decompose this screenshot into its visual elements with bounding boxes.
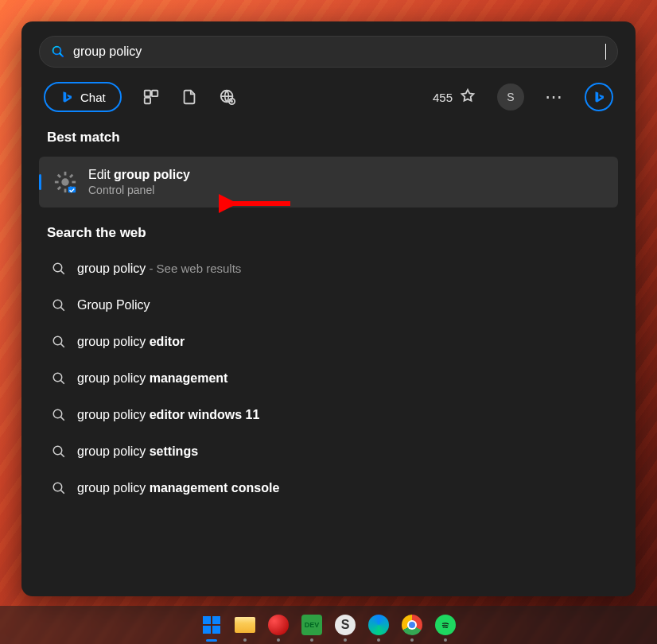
web-result-3[interactable]: group policy management [44,362,618,395]
search-input[interactable] [73,45,604,59]
web-result-prefix: Group Policy [77,298,150,312]
web-result-6[interactable]: group policy management console [44,471,618,505]
svg-point-21 [53,336,62,345]
best-match-heading: Best match [47,130,618,145]
svg-line-30 [61,491,64,494]
taskbar-edge[interactable] [367,613,391,637]
svg-line-22 [61,344,64,347]
web-result-bold: editor windows 11 [150,408,260,421]
svg-point-29 [53,483,62,491]
avatar-initial: S [507,91,514,103]
web-result-bold: management console [150,481,280,495]
svg-line-28 [61,454,64,457]
taskbar-dev[interactable]: DEV [300,613,324,637]
taskbar: DEV S [0,606,657,644]
web-result-0[interactable]: group policy - See web results [44,252,618,285]
start-search-panel: Chat 455 S ⋯ Best match [21,21,636,596]
best-match-title-prefix: Edit [88,168,114,181]
control-panel-icon [53,170,77,194]
bing-icon [60,90,74,104]
search-icon [51,45,65,59]
svg-point-27 [53,446,62,455]
web-result-5[interactable]: group policy settings [44,435,618,468]
web-result-1[interactable]: Group Policy [44,289,618,322]
svg-line-26 [61,417,64,421]
svg-rect-3 [152,91,157,96]
taskbar-chrome[interactable] [400,613,424,637]
svg-line-1 [60,53,63,56]
search-web-heading: Search the web [47,225,618,241]
web-result-prefix: group policy [77,481,150,495]
svg-point-19 [53,300,62,308]
search-toolbar: Chat 455 S ⋯ [39,82,618,112]
chat-tab[interactable]: Chat [44,82,122,112]
svg-point-7 [61,178,68,185]
web-result-prefix: group policy [77,262,146,275]
svg-line-18 [61,271,64,274]
web-result-prefix: group policy [77,371,150,385]
web-result-bold: settings [150,444,198,458]
user-avatar[interactable]: S [497,83,524,111]
svg-rect-11 [72,181,76,184]
web-result-4[interactable]: group policy editor windows 11 [44,398,618,432]
svg-point-23 [53,373,62,382]
web-result-suffix: - See web results [146,262,241,275]
svg-rect-14 [57,174,61,178]
svg-rect-4 [144,98,150,103]
taskbar-spotify[interactable] [433,613,457,637]
taskbar-sublime[interactable]: S [333,613,357,637]
taskbar-start[interactable] [200,613,224,637]
points-value: 455 [433,91,453,104]
web-result-bold: management [150,371,228,385]
bing-chat-icon [592,90,606,104]
svg-line-24 [61,381,64,384]
more-options-icon[interactable]: ⋯ [545,87,564,107]
rewards-points[interactable]: 455 [433,88,476,106]
apps-tab-icon[interactable] [142,88,160,106]
best-match-result[interactable]: Edit group policy Control panel [39,157,618,208]
chat-tab-label: Chat [80,91,106,104]
web-result-prefix: group policy [77,335,150,348]
svg-rect-12 [69,174,73,178]
documents-tab-icon[interactable] [181,88,198,106]
svg-rect-9 [64,188,67,192]
best-match-subtitle: Control panel [88,184,190,196]
svg-rect-13 [57,186,61,190]
web-result-prefix: group policy [77,444,150,458]
svg-rect-2 [144,91,150,96]
svg-point-17 [53,263,62,272]
best-match-text: Edit group policy Control panel [88,168,190,196]
taskbar-opera[interactable] [266,613,290,637]
search-box[interactable] [39,36,618,68]
svg-rect-8 [64,172,67,176]
bing-chat-button[interactable] [585,83,613,111]
taskbar-explorer[interactable] [233,613,257,637]
best-match-title-bold: group policy [114,168,190,181]
web-results-list: group policy - See web resultsGroup Poli… [44,252,618,505]
web-tab-icon[interactable] [219,88,236,106]
svg-point-25 [53,409,62,418]
web-result-prefix: group policy [77,408,150,421]
svg-rect-10 [55,181,59,184]
web-result-bold: editor [150,335,185,348]
web-result-2[interactable]: group policy editor [44,325,618,359]
rewards-icon [459,88,476,106]
svg-line-20 [61,308,64,311]
text-cursor [605,44,606,60]
